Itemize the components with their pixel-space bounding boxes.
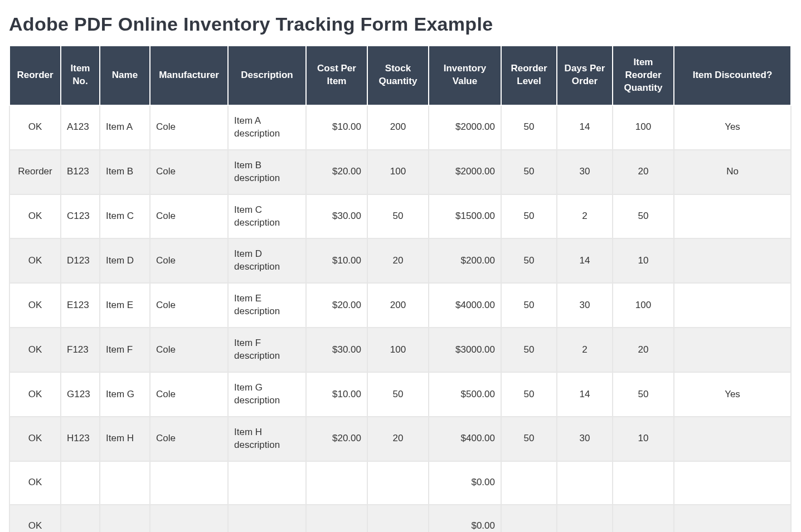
cell-manufacturer: Cole: [150, 283, 228, 328]
cell-value: $400.00: [429, 417, 501, 461]
col-header-reorder_qty: Item Reorder Quantity: [613, 46, 674, 105]
cell-reorder_qty: 100: [613, 283, 674, 328]
cell-stock: 50: [367, 372, 429, 417]
cell-discounted: No: [674, 150, 791, 194]
cell-description: Item D description: [228, 238, 306, 283]
cell-days: 14: [557, 105, 613, 150]
col-header-reorder: Reorder: [9, 46, 61, 105]
cell-discounted: [674, 505, 791, 532]
cell-reorder_qty: 10: [613, 417, 674, 461]
cell-days: 30: [557, 283, 613, 328]
cell-reorder: OK: [9, 194, 61, 239]
col-header-description: Description: [228, 46, 306, 105]
cell-reorder_qty: [613, 461, 674, 505]
cell-name: Item D: [100, 238, 150, 283]
cell-cost: $10.00: [306, 238, 367, 283]
cell-name: [100, 461, 150, 505]
cell-cost: $20.00: [306, 150, 367, 194]
cell-value: $3000.00: [429, 328, 501, 372]
cell-reorder_lvl: [501, 461, 557, 505]
cell-value: $2000.00: [429, 105, 501, 150]
cell-reorder_lvl: [501, 505, 557, 532]
table-row: OKF123Item FColeItem F description$30.00…: [9, 328, 791, 372]
cell-manufacturer: Cole: [150, 194, 228, 239]
cell-cost: $10.00: [306, 105, 367, 150]
cell-item_no: A123: [61, 105, 100, 150]
cell-reorder_qty: 10: [613, 238, 674, 283]
cell-item_no: C123: [61, 194, 100, 239]
cell-discounted: [674, 194, 791, 239]
cell-name: Item A: [100, 105, 150, 150]
cell-cost: [306, 505, 367, 532]
col-header-item_no: Item No.: [61, 46, 100, 105]
cell-days: 30: [557, 417, 613, 461]
cell-manufacturer: Cole: [150, 372, 228, 417]
cell-discounted: [674, 238, 791, 283]
cell-reorder_lvl: 50: [501, 372, 557, 417]
cell-cost: $30.00: [306, 328, 367, 372]
cell-reorder: OK: [9, 283, 61, 328]
cell-reorder: OK: [9, 461, 61, 505]
cell-discounted: [674, 417, 791, 461]
table-body: OKA123Item AColeItem A description$10.00…: [9, 105, 791, 532]
cell-name: Item B: [100, 150, 150, 194]
cell-reorder_qty: 100: [613, 105, 674, 150]
cell-manufacturer: Cole: [150, 328, 228, 372]
cell-manufacturer: Cole: [150, 150, 228, 194]
cell-cost: $20.00: [306, 283, 367, 328]
cell-discounted: Yes: [674, 372, 791, 417]
cell-item_no: E123: [61, 283, 100, 328]
cell-description: Item F description: [228, 328, 306, 372]
cell-manufacturer: [150, 461, 228, 505]
cell-reorder_lvl: 50: [501, 283, 557, 328]
col-header-name: Name: [100, 46, 150, 105]
col-header-stock: Stock Quantity: [367, 46, 429, 105]
cell-item_no: B123: [61, 150, 100, 194]
cell-reorder_lvl: 50: [501, 194, 557, 239]
cell-description: Item E description: [228, 283, 306, 328]
cell-stock: 100: [367, 150, 429, 194]
cell-item_no: [61, 461, 100, 505]
cell-reorder: OK: [9, 417, 61, 461]
cell-discounted: Yes: [674, 105, 791, 150]
cell-stock: 50: [367, 194, 429, 239]
cell-days: 2: [557, 194, 613, 239]
cell-manufacturer: Cole: [150, 238, 228, 283]
page-title: Adobe PDF Online Inventory Tracking Form…: [9, 13, 792, 35]
cell-value: $2000.00: [429, 150, 501, 194]
cell-stock: [367, 461, 429, 505]
cell-value: $0.00: [429, 461, 501, 505]
cell-days: 14: [557, 238, 613, 283]
cell-stock: 200: [367, 283, 429, 328]
cell-manufacturer: Cole: [150, 105, 228, 150]
table-header: ReorderItem No.NameManufacturerDescripti…: [9, 46, 791, 105]
col-header-cost: Cost Per Item: [306, 46, 367, 105]
cell-name: Item F: [100, 328, 150, 372]
cell-reorder: OK: [9, 105, 61, 150]
cell-manufacturer: Cole: [150, 417, 228, 461]
cell-reorder_lvl: 50: [501, 417, 557, 461]
cell-name: Item G: [100, 372, 150, 417]
col-header-value: Inventory Value: [429, 46, 501, 105]
cell-item_no: [61, 505, 100, 532]
cell-value: $0.00: [429, 505, 501, 532]
cell-value: $4000.00: [429, 283, 501, 328]
table-row: OKD123Item DColeItem D description$10.00…: [9, 238, 791, 283]
cell-cost: $10.00: [306, 372, 367, 417]
col-header-days: Days Per Order: [557, 46, 613, 105]
cell-reorder_qty: 50: [613, 194, 674, 239]
table-row: OKG123Item GColeItem G description$10.00…: [9, 372, 791, 417]
cell-item_no: F123: [61, 328, 100, 372]
cell-stock: 20: [367, 417, 429, 461]
cell-reorder_lvl: 50: [501, 238, 557, 283]
table-row: OKA123Item AColeItem A description$10.00…: [9, 105, 791, 150]
cell-value: $200.00: [429, 238, 501, 283]
cell-reorder: OK: [9, 328, 61, 372]
cell-cost: $30.00: [306, 194, 367, 239]
col-header-manufacturer: Manufacturer: [150, 46, 228, 105]
cell-description: [228, 505, 306, 532]
cell-description: [228, 461, 306, 505]
cell-reorder_lvl: 50: [501, 150, 557, 194]
cell-description: Item B description: [228, 150, 306, 194]
cell-discounted: [674, 461, 791, 505]
